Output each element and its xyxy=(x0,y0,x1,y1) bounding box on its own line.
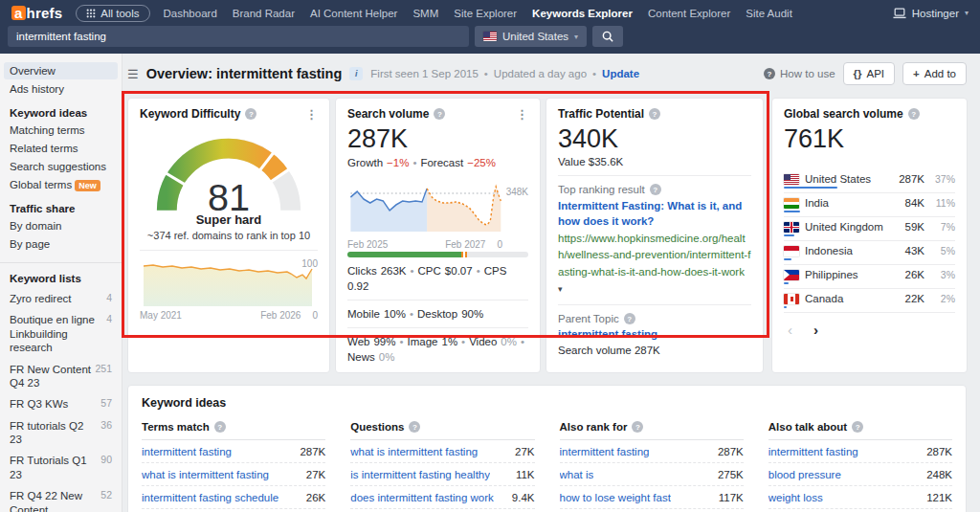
nav-item[interactable]: SMM xyxy=(412,8,438,19)
help-icon[interactable]: ? xyxy=(908,108,920,120)
help-icon[interactable]: ? xyxy=(624,313,635,324)
country-row[interactable]: India 84K 11% xyxy=(784,193,955,217)
sv-chart-ref-label: 348K xyxy=(506,187,528,197)
kd-gauge: 81 xyxy=(140,122,318,216)
sidebar-item-overview[interactable]: Overview xyxy=(4,62,118,79)
keyword-link[interactable]: intermittent fasting xyxy=(768,446,858,457)
keyword-row: what is 275K xyxy=(560,463,744,486)
kebab-menu-icon[interactable]: ⋮ xyxy=(516,108,528,121)
keyword-link[interactable]: does intermittent fasting work xyxy=(350,492,494,503)
country-percentage: 11% xyxy=(930,197,955,209)
sidebar-item-global-terms[interactable]: Global termsNew xyxy=(4,176,118,193)
also-rank-for-column: Also rank for ? intermittent fasting 287… xyxy=(560,421,744,512)
nav-item[interactable]: AI Content Helper xyxy=(310,8,397,19)
how-to-use-link[interactable]: ? How to use xyxy=(764,68,835,79)
sv-chart-x-right: Feb 2027 xyxy=(445,239,485,250)
search-button[interactable] xyxy=(592,26,623,47)
nav-item[interactable]: Site Audit xyxy=(746,8,792,19)
country-row[interactable]: United Kingdom 59K 7% xyxy=(784,217,955,241)
menu-toggle-icon[interactable]: ☰ xyxy=(127,67,139,81)
keyword-search-input[interactable] xyxy=(8,26,469,47)
help-icon[interactable]: ? xyxy=(632,421,643,433)
web-value: 99% xyxy=(373,336,395,347)
keyword-list-item[interactable]: FR Tutorials Q1 23 90 xyxy=(10,454,112,481)
keyword-list-item[interactable]: Boutique en ligne Linkbuilding research … xyxy=(10,313,112,354)
keyword-link[interactable]: is intermittent fasting healthy xyxy=(350,469,490,480)
keyword-list-item[interactable]: FR Q4 22 New Content 52 xyxy=(10,489,112,512)
also-talk-about-header: Also talk about xyxy=(768,421,847,433)
ahrefs-logo[interactable]: ahrefs xyxy=(11,5,62,21)
country-volume: 22K xyxy=(905,293,924,304)
keyword-link[interactable]: what is intermittent fasting xyxy=(350,446,478,457)
traffic-potential-card: Traffic Potential ? 340K Value $35.6K To… xyxy=(546,98,764,373)
keyword-link[interactable]: intermittent fasting schedule xyxy=(142,492,278,503)
parent-topic-volume: Search volume 287K xyxy=(558,345,751,356)
account-menu[interactable]: Hostinger ▾ xyxy=(893,8,969,19)
help-icon[interactable]: ? xyxy=(852,421,863,433)
kebab-menu-icon[interactable]: ⋮ xyxy=(305,108,318,121)
clicks-bar-remainder xyxy=(467,252,528,257)
country-row[interactable]: Canada 22K 2% xyxy=(784,289,955,313)
sidebar-divider xyxy=(0,262,122,263)
keyword-link[interactable]: what is intermittent fasting xyxy=(142,469,269,480)
prev-page-icon[interactable]: ‹ xyxy=(788,322,792,338)
sidebar-item-by-page[interactable]: By page xyxy=(4,235,118,253)
update-link[interactable]: Update xyxy=(602,68,639,79)
country-selector[interactable]: United States ▾ xyxy=(475,26,587,47)
help-icon[interactable]: ? xyxy=(650,184,661,195)
keyword-list-item[interactable]: Zyro redirect 4 xyxy=(10,292,112,305)
keyword-list-item[interactable]: FR Q3 KWs 57 xyxy=(10,397,112,411)
api-button[interactable]: {} API xyxy=(843,62,896,85)
keyword-link[interactable]: what is xyxy=(560,469,594,480)
country-name: United States xyxy=(805,173,893,185)
help-icon[interactable]: ? xyxy=(409,421,420,433)
growth-forecast-row: Growth −1% • Forecast −25% xyxy=(347,157,528,168)
sidebar-item-matching-terms[interactable]: Matching terms xyxy=(4,122,118,139)
next-page-icon[interactable]: › xyxy=(813,322,818,338)
gsv-card-title: Global search volume xyxy=(784,107,903,121)
keyword-link[interactable]: how to lose weight fast xyxy=(560,492,671,503)
keyword-link[interactable]: intermittent fasting xyxy=(142,446,232,457)
keyword-volume: 275K xyxy=(718,469,744,480)
chevron-down-icon[interactable]: ▾ xyxy=(558,284,563,294)
help-icon[interactable]: ? xyxy=(214,421,226,433)
sidebar-item-search-suggestions[interactable]: Search suggestions xyxy=(4,158,118,175)
clicks-distribution-bar xyxy=(347,252,528,257)
parent-topic-link[interactable]: intermittent fasting xyxy=(558,327,751,343)
news-value: 0% xyxy=(379,351,395,363)
add-to-button[interactable]: + Add to xyxy=(902,62,967,85)
help-icon[interactable]: ? xyxy=(649,108,660,120)
keyword-row: intermittent fasting schedule 26K xyxy=(142,486,325,509)
keyword-list-name: FR Tutorials Q1 23 xyxy=(10,454,97,481)
help-icon[interactable]: ? xyxy=(434,108,445,120)
keyword-link[interactable]: intermittent fasting xyxy=(560,446,650,457)
traffic-value-line: Value $35.6K xyxy=(558,156,751,167)
keyword-row: blood pressure 248K xyxy=(768,463,952,486)
sidebar-item-ads-history[interactable]: Ads history xyxy=(4,80,118,98)
keyword-list-item[interactable]: FR tutorials Q2 23 36 xyxy=(10,419,112,447)
cps-value: 0.92 xyxy=(347,280,368,292)
info-icon[interactable]: i xyxy=(349,67,363,80)
country-row[interactable]: Indonesia 43K 5% xyxy=(784,241,955,265)
sidebar-item-by-domain[interactable]: By domain xyxy=(4,217,118,234)
top-ranking-result-link[interactable]: Intermittent Fasting: What is it, and ho… xyxy=(558,199,751,229)
new-badge: New xyxy=(75,180,100,191)
country-row[interactable]: United States 287K 37% xyxy=(784,169,955,193)
nav-item[interactable]: Dashboard xyxy=(164,8,217,19)
nav-item[interactable]: Content Explorer xyxy=(648,8,730,19)
sidebar-item-related-terms[interactable]: Related terms xyxy=(4,140,118,157)
country-name: India xyxy=(805,197,900,209)
terms-match-column: Terms match ? intermittent fasting 287K … xyxy=(142,421,325,512)
keyword-link[interactable]: weight loss xyxy=(768,492,823,503)
nav-item[interactable]: Site Explorer xyxy=(454,8,517,19)
country-row[interactable]: Philippines 26K 3% xyxy=(784,265,955,289)
nav-item[interactable]: Brand Radar xyxy=(233,8,295,19)
keyword-list-item[interactable]: FR New Content Q4 23 251 xyxy=(10,363,112,390)
all-tools-button[interactable]: All tools xyxy=(76,5,149,22)
top-ranking-result-url[interactable]: https://www.hopkinsmedicine.org/health/w… xyxy=(558,231,751,297)
help-icon[interactable]: ? xyxy=(245,108,256,120)
nav-item[interactable]: Keywords Explorer xyxy=(532,8,633,19)
country-name: Indonesia xyxy=(805,245,900,256)
keyword-link[interactable]: blood pressure xyxy=(768,469,841,480)
keyword-volume: 121K xyxy=(926,492,952,503)
